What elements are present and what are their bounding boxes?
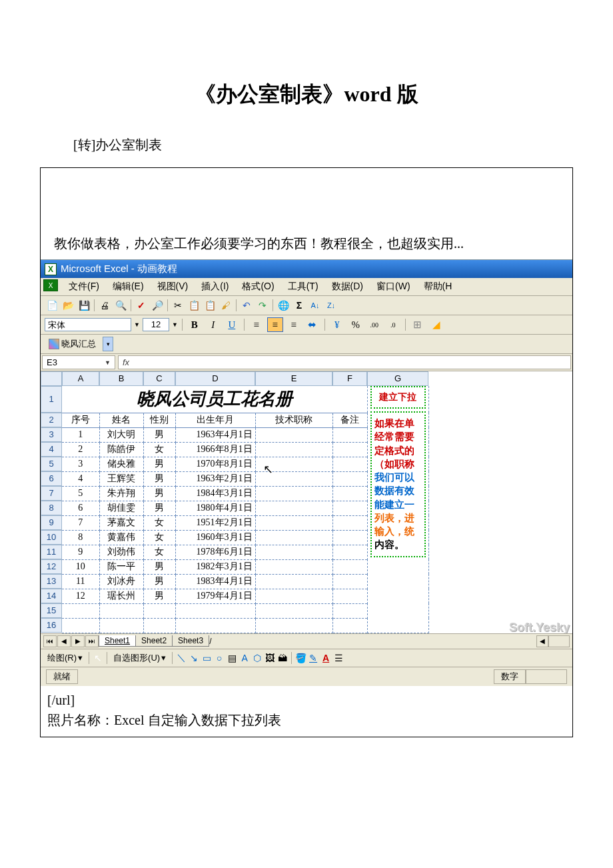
spell-check-icon[interactable]: ✓	[134, 298, 149, 313]
data-cell[interactable]	[255, 515, 332, 530]
table-header-cell[interactable]: 技术职称	[255, 413, 332, 427]
undo-icon[interactable]: ↶	[239, 298, 254, 313]
data-cell[interactable]	[255, 589, 332, 603]
data-cell[interactable]: 陈皓伊	[99, 442, 143, 457]
data-cell[interactable]: 1951年2月1日	[175, 515, 255, 530]
font-size-select[interactable]: 12	[143, 318, 169, 331]
data-cell[interactable]: 琚长州	[99, 589, 143, 603]
data-cell[interactable]: 1966年8月1日	[175, 442, 255, 457]
menu-data[interactable]: 数据(D)	[325, 279, 370, 294]
tab-nav-prev-icon[interactable]: ◀	[57, 635, 71, 647]
empty-cell[interactable]	[175, 603, 255, 618]
empty-cell[interactable]	[332, 618, 367, 633]
data-cell[interactable]: 胡佳雯	[99, 501, 143, 515]
align-right-icon[interactable]: ≡	[286, 317, 302, 332]
data-cell[interactable]	[255, 559, 332, 574]
data-cell[interactable]: 9	[62, 545, 99, 559]
row-header-1[interactable]: 1	[41, 386, 62, 413]
data-cell[interactable]: 刘冰舟	[99, 574, 143, 589]
custom-summary-button[interactable]: 晓风汇总	[45, 337, 100, 351]
data-cell[interactable]	[332, 457, 367, 471]
data-cell[interactable]	[332, 471, 367, 486]
col-header-D[interactable]: D	[175, 371, 255, 386]
data-cell[interactable]: 1978年6月1日	[175, 545, 255, 559]
bold-button[interactable]: B	[187, 317, 203, 332]
data-cell[interactable]	[332, 545, 367, 559]
row-header-7[interactable]: 7	[41, 486, 62, 501]
data-cell[interactable]: 女	[143, 545, 175, 559]
table-header-cell[interactable]: 序号	[62, 413, 99, 427]
row-header-16[interactable]: 16	[41, 618, 62, 633]
data-cell[interactable]: 1979年4月1日	[175, 589, 255, 603]
percent-icon[interactable]: %	[348, 317, 364, 332]
arrow-icon[interactable]: ↘	[189, 653, 199, 663]
row-header-11[interactable]: 11	[41, 545, 62, 559]
data-cell[interactable]	[332, 574, 367, 589]
sheet-tab-2[interactable]: Sheet2	[135, 635, 173, 647]
data-cell[interactable]: 2	[62, 442, 99, 457]
menu-view[interactable]: 视图(V)	[151, 279, 195, 294]
row-header-8[interactable]: 8	[41, 501, 62, 515]
diagram-icon[interactable]: ⬡	[252, 653, 263, 663]
decrease-decimal-icon[interactable]: .0	[385, 317, 401, 332]
data-cell[interactable]: 11	[62, 574, 99, 589]
data-cell[interactable]: 1970年8月1日	[175, 457, 255, 471]
row-header-9[interactable]: 9	[41, 515, 62, 530]
select-all-corner[interactable]	[41, 371, 62, 386]
data-cell[interactable]: 储央雅	[99, 457, 143, 471]
currency-icon[interactable]: ¥	[329, 317, 345, 332]
menu-window[interactable]: 窗口(W)	[370, 279, 417, 294]
data-cell[interactable]	[255, 442, 332, 457]
data-cell[interactable]	[255, 530, 332, 545]
data-cell[interactable]: 1963年4月1日	[175, 427, 255, 442]
paste-icon[interactable]: 📋	[203, 298, 217, 313]
merge-center-icon[interactable]: ⬌	[305, 317, 320, 332]
tab-nav-next-icon[interactable]: ▶	[71, 635, 85, 647]
increase-decimal-icon[interactable]: .00	[366, 317, 382, 332]
sheet-tab-1[interactable]: Sheet1	[99, 635, 136, 647]
data-cell[interactable]: 男	[143, 559, 175, 574]
format-painter-icon[interactable]: 🖌	[219, 298, 233, 313]
tab-nav-first-icon[interactable]: ⏮	[43, 635, 57, 647]
autoshapes-button[interactable]: 自选图形(U)▾	[111, 651, 169, 665]
sort-asc-icon[interactable]: A↓	[308, 298, 322, 313]
menu-file[interactable]: 文件(F)	[62, 279, 106, 294]
rectangle-icon[interactable]: ▭	[201, 653, 212, 663]
data-cell[interactable]: 茅嘉文	[99, 515, 143, 530]
data-cell[interactable]: 女	[143, 530, 175, 545]
col-header-F[interactable]: F	[332, 371, 367, 386]
data-cell[interactable]: 12	[62, 589, 99, 603]
data-cell[interactable]: 男	[143, 574, 175, 589]
draw-menu-button[interactable]: 绘图(R)▾	[45, 651, 85, 665]
menu-tools[interactable]: 工具(T)	[281, 279, 325, 294]
data-cell[interactable]	[332, 501, 367, 515]
data-cell[interactable]: 黄嘉伟	[99, 530, 143, 545]
save-icon[interactable]: 💾	[77, 298, 91, 313]
data-cell[interactable]	[332, 427, 367, 442]
menu-insert[interactable]: 插入(I)	[195, 279, 235, 294]
autosum-icon[interactable]: Σ	[292, 298, 306, 313]
data-cell[interactable]: 1980年4月1日	[175, 501, 255, 515]
data-cell[interactable]: 3	[62, 457, 99, 471]
data-cell[interactable]: 男	[143, 486, 175, 501]
data-cell[interactable]: 1982年3月1日	[175, 559, 255, 574]
row-header-4[interactable]: 4	[41, 442, 62, 457]
row-header-5[interactable]: 5	[41, 457, 62, 471]
clipart-icon[interactable]: 🖼	[265, 653, 275, 663]
line-color-icon[interactable]: ✎	[308, 653, 318, 663]
empty-cell[interactable]	[175, 618, 255, 633]
toolbar-options-icon[interactable]: ▾	[103, 337, 113, 351]
row-header-12[interactable]: 12	[41, 559, 62, 574]
data-cell[interactable]: 5	[62, 486, 99, 501]
data-cell[interactable]	[255, 501, 332, 515]
cut-icon[interactable]: ✂	[171, 298, 185, 313]
fill-color-draw-icon[interactable]: 🪣	[295, 653, 306, 663]
row-header-10[interactable]: 10	[41, 530, 62, 545]
empty-cell[interactable]	[255, 618, 332, 633]
sheet-tab-3[interactable]: Sheet3	[172, 635, 209, 647]
data-cell[interactable]: 1983年4月1日	[175, 574, 255, 589]
select-arrow-icon[interactable]: ↖	[93, 653, 103, 663]
data-cell[interactable]	[332, 442, 367, 457]
open-icon[interactable]: 📂	[61, 298, 75, 313]
data-cell[interactable]	[332, 515, 367, 530]
